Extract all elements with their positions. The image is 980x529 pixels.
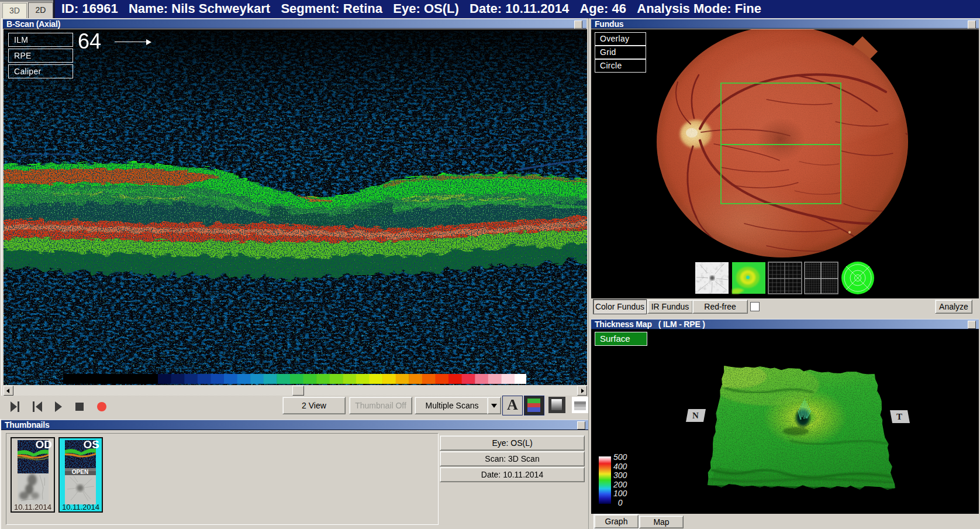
svg-text:T: T [896,412,902,421]
svg-text:N: N [692,411,699,420]
svg-text:OPEN: OPEN [72,469,88,475]
